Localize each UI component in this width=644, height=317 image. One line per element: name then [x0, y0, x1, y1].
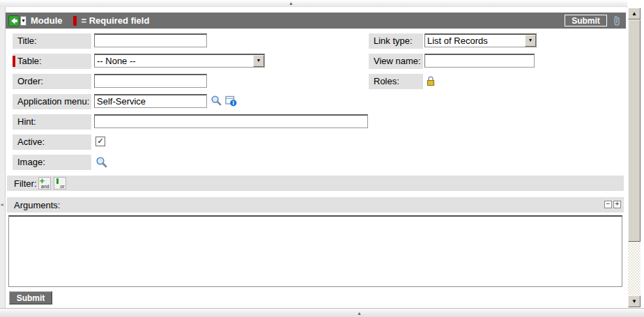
submit-button-header[interactable]: Submit [565, 15, 607, 26]
or-label: or [60, 184, 64, 189]
label-application-menu: Application menu: [13, 94, 91, 109]
back-icon[interactable] [8, 15, 20, 26]
view-name-input[interactable] [424, 54, 535, 68]
title-input[interactable] [94, 33, 207, 47]
label-table-text: Table: [17, 56, 42, 66]
arguments-header-bar: Arguments: − + [7, 197, 624, 212]
image-search-icon[interactable] [95, 156, 108, 171]
label-title: Title: [13, 33, 91, 49]
scrollbar-thumb[interactable] [628, 20, 641, 242]
label-table: Table: [13, 54, 91, 69]
form-title: Module [31, 15, 63, 26]
link-type-select-value: List of Records [425, 36, 525, 46]
roles-lock-icon[interactable] [426, 75, 436, 88]
table-select-value: -- None -- [95, 56, 253, 66]
scroll-up-button[interactable]: ▲ [628, 8, 641, 20]
scroll-down-button[interactable]: ▼ [628, 295, 641, 307]
form-pane: ▾ Module = Required field Submit Title: … [6, 7, 627, 308]
collapse-icon[interactable]: − [604, 201, 612, 208]
label-active: Active: [13, 134, 91, 150]
filter-or-button[interactable]: or [54, 177, 66, 190]
submit-button-footer[interactable]: Submit [9, 291, 52, 304]
label-link-type: Link type: [369, 33, 423, 49]
label-roles: Roles: [369, 74, 423, 89]
required-field-marker [13, 56, 15, 67]
top-splitter-collapse-icon[interactable]: ▲ [289, 1, 293, 6]
filter-label: Filter: [14, 178, 37, 189]
filter-and-button[interactable]: + and [38, 177, 51, 190]
active-checkbox[interactable]: ✓ [95, 137, 105, 146]
application-menu-reference-icon[interactable] [225, 95, 237, 109]
arguments-textarea[interactable] [8, 215, 622, 287]
context-menu-caret-icon[interactable]: ▾ [20, 16, 26, 26]
table-select-caret-icon[interactable]: ▾ [253, 55, 264, 67]
filter-bar: Filter: + and or [7, 176, 624, 191]
arguments-label: Arguments: [14, 200, 60, 210]
bottom-splitter[interactable]: ▲ [0, 308, 644, 317]
scrollbar-track[interactable] [628, 20, 641, 295]
table-select[interactable]: -- None -- ▾ [94, 54, 265, 68]
label-view-name: View name: [369, 54, 423, 69]
required-legend: = Required field [82, 15, 150, 26]
form-header: ▾ Module = Required field Submit [6, 13, 626, 29]
application-menu-input[interactable] [94, 94, 207, 108]
application-menu-search-icon[interactable] [210, 95, 222, 109]
label-hint: Hint: [13, 114, 91, 130]
vertical-scrollbar[interactable]: ▲ ▼ [628, 8, 641, 307]
left-splitter[interactable]: ◄ [0, 7, 6, 308]
app-window: ▲ ◄ ▲ ▲ ▼ ▾ Module = Required field Sub [0, 0, 644, 317]
label-image: Image: [13, 155, 91, 170]
required-marker [73, 16, 77, 26]
and-label: and [41, 184, 49, 189]
link-type-select[interactable]: List of Records ▾ [424, 33, 537, 47]
attachment-paperclip-icon[interactable] [612, 15, 622, 29]
order-input[interactable] [94, 74, 207, 88]
link-type-select-caret-icon[interactable]: ▾ [525, 35, 536, 47]
expand-icon[interactable]: + [613, 201, 621, 208]
add-or-condition-icon [56, 178, 59, 184]
bottom-splitter-collapse-icon[interactable]: ▲ [357, 311, 362, 316]
hint-input[interactable] [94, 114, 368, 128]
label-order: Order: [13, 74, 91, 89]
left-splitter-collapse-icon[interactable]: ◄ [0, 202, 4, 207]
